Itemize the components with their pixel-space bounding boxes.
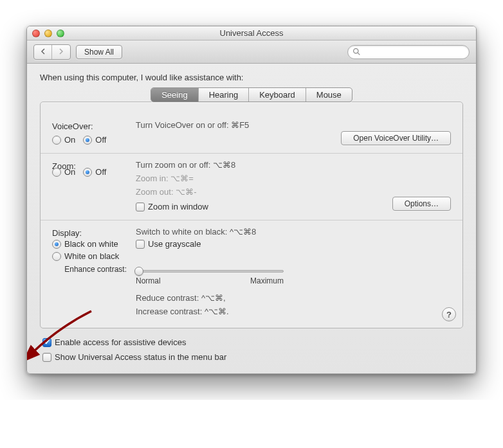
minimize-button[interactable] [44,30,52,37]
back-button[interactable] [34,45,52,59]
help-button[interactable]: ? [442,307,456,321]
titlebar: Universal Access [27,26,476,40]
slider-max-label: Maximum [250,276,284,285]
display-label: Display: [52,227,129,238]
use-grayscale-label: Use grayscale [148,239,201,249]
zoom-label: Zoom: [52,160,129,197]
contrast-label: Enhance contrast: [52,264,129,274]
zoom-button[interactable] [57,30,64,37]
preferences-window: Universal Access Show All When using thi… [26,26,477,374]
contrast-row: Enhance contrast: Normal Maximum [41,264,462,289]
use-grayscale-checkbox[interactable]: Use grayscale [136,239,316,249]
display-hint: Switch to white on black: ^⌥⌘8 [136,227,316,237]
show-all-button[interactable]: Show All [76,45,122,59]
toolbar: Show All [27,40,476,64]
enable-assistive-checkbox[interactable]: Enable access for assistive devices [42,337,461,347]
white-on-black-label: White on black [64,251,119,261]
voiceover-off-radio[interactable]: Off [83,135,106,145]
zoom-on-radio[interactable]: On [52,167,75,177]
nav-segment [33,44,71,60]
reduce-contrast-hint: Reduce contrast: ^⌥⌘, [136,293,451,303]
checkbox-icon [136,202,145,211]
forward-button[interactable] [52,45,70,59]
slider-min-label: Normal [136,276,161,285]
window-controls [32,30,64,37]
voiceover-section: VoiceOver: Turn VoiceOver on or off: ⌘F5… [41,114,462,154]
enable-assistive-label: Enable access for assistive devices [55,337,186,347]
contrast-slider[interactable] [136,270,284,273]
zoom-hint: Turn zoom on or off: ⌥⌘8 [136,160,316,170]
slider-thumb[interactable] [134,267,143,276]
radio-icon [52,136,61,145]
voiceover-label: VoiceOver: [52,120,129,131]
zoom-off-radio[interactable]: Off [83,167,106,177]
zoom-options-button[interactable]: Options… [392,197,451,211]
voiceover-hint: Turn VoiceOver on or off: ⌘F5 [136,120,316,130]
voiceover-off-label: Off [95,135,106,145]
window-title: Universal Access [27,28,476,38]
show-status-checkbox[interactable]: Show Universal Access status in the menu… [42,352,461,362]
chevron-left-icon [41,48,46,55]
svg-point-0 [354,48,358,53]
black-on-white-label: Black on white [64,239,118,249]
tab-row: Seeing Hearing Keyboard Mouse [40,87,463,102]
question-icon: ? [446,310,452,319]
tab-keyboard[interactable]: Keyboard [249,88,306,102]
radio-icon [83,136,92,145]
zoom-out-hint: Zoom out: ⌥⌘- [136,187,316,197]
zoom-in-window-label: Zoom in window [148,202,208,211]
chevron-right-icon [59,48,64,55]
radio-icon [52,168,61,177]
intro-text: When using this computer, I would like a… [40,73,463,82]
footer: Enable access for assistive devices Show… [40,328,463,362]
tab-segment: Seeing Hearing Keyboard Mouse [151,87,352,102]
search-input[interactable] [347,45,470,59]
black-on-white-radio[interactable]: Black on white [52,239,129,249]
open-voiceover-utility-button[interactable]: Open VoiceOver Utility… [341,131,451,145]
increase-contrast-hint: Increase contrast: ^⌥⌘. [136,307,451,316]
contrast-hints: Reduce contrast: ^⌥⌘, Increase contrast:… [41,289,462,328]
checkbox-icon [136,240,145,249]
voiceover-on-radio[interactable]: On [52,135,75,145]
checkbox-icon [42,338,51,347]
tab-hearing[interactable]: Hearing [199,88,250,102]
search-container [347,45,470,59]
seeing-panel: VoiceOver: Turn VoiceOver on or off: ⌘F5… [40,102,463,328]
svg-line-1 [358,53,360,55]
display-section: Display: Switch to white on black: ^⌥⌘8 … [41,220,462,264]
white-on-black-radio[interactable]: White on black [52,251,129,261]
zoom-off-label: Off [95,167,106,177]
radio-icon [52,252,61,261]
zoom-section: Zoom: Turn zoom on or off: ⌥⌘8 Zoom in: … [41,154,462,220]
zoom-on-label: On [64,167,75,177]
tab-mouse[interactable]: Mouse [306,88,352,102]
checkbox-icon [42,353,51,362]
tab-seeing[interactable]: Seeing [151,88,198,102]
radio-icon [52,240,61,249]
zoom-in-window-checkbox[interactable]: Zoom in window [136,202,316,211]
search-icon [352,48,361,56]
radio-icon [83,168,92,177]
content: When using this computer, I would like a… [27,64,476,373]
close-button[interactable] [32,30,40,37]
voiceover-on-label: On [64,135,75,145]
show-status-label: Show Universal Access status in the menu… [55,352,226,362]
zoom-in-hint: Zoom in: ⌥⌘= [136,174,316,183]
